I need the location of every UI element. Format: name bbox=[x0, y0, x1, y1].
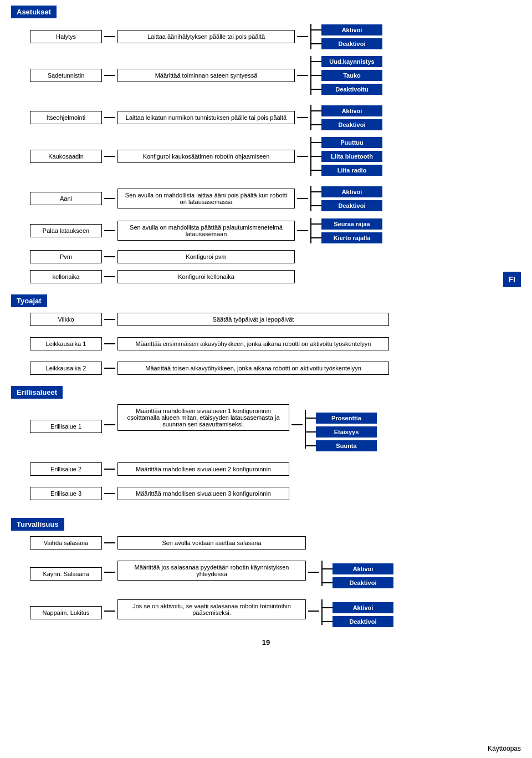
leikkausaika1-label: Leikkausaika 1 bbox=[30, 337, 102, 350]
kaynn-deakt[interactable]: Deaktivoi bbox=[332, 577, 393, 588]
viikko-row: Viikko Säätää työpäivät ja lepopäivät bbox=[11, 313, 521, 326]
sadet-uud[interactable]: Uud.kaynnistys bbox=[321, 56, 382, 67]
aani-row: Äani Sen avulla on mahdollista laittaa ä… bbox=[11, 186, 521, 211]
nappaim-lukitus-label: Nappaim. Lukitus bbox=[30, 606, 102, 619]
erillisalueet-rows: Erillisalue 1 Määrittää mahdollisen sivu… bbox=[11, 404, 521, 507]
nappaim-lukitus-row: Nappaim. Lukitus Jos se on aktivoitu, se… bbox=[11, 599, 521, 627]
conn1 bbox=[104, 36, 115, 37]
kaukosaadin-puuttuu[interactable]: Puuttuu bbox=[321, 137, 382, 148]
aani-deakt[interactable]: Deaktivoi bbox=[321, 200, 382, 211]
pvm-row: Pvm Konfiguroi pvm bbox=[11, 250, 521, 263]
sadetunnistin-row: Sadetunnistin Määrittää toiminnan sateen… bbox=[11, 56, 521, 95]
erillisalue2-row: Erillisalue 2 Määrittää mahdollisen sivu… bbox=[11, 462, 521, 476]
palaa-kierto[interactable]: Kierto rajalla bbox=[321, 232, 382, 243]
palaa-row: Palaa lataukseen Sen avulla on mahdollis… bbox=[11, 218, 521, 243]
kellonaika-desc: Konfiguroi kellonaika bbox=[117, 270, 295, 283]
erillisalue2-desc: Määrittää mahdollisen sivualueen 2 konfi… bbox=[117, 462, 289, 476]
nappaim-lukitus-desc: Jos se on aktivoitu, se vaatii salasanaa… bbox=[117, 599, 306, 619]
kaynn-salasana-desc: Määrittää jos salasanaa pyydetään roboti… bbox=[117, 561, 306, 581]
erillisalue1-desc: Määrittää mahdollisen sivualueen 1 konfi… bbox=[117, 404, 289, 431]
halytys-label: Halytys bbox=[30, 30, 102, 43]
sadetunnistin-desc: Määrittää toiminnan sateen syntyessä bbox=[117, 69, 295, 82]
kaukosaadin-desc: Konfiguroi kaukosäätimen robotin ohjaami… bbox=[117, 150, 295, 163]
page-label: Käyttöopas bbox=[488, 745, 521, 752]
sadet-tauko[interactable]: Tauko bbox=[321, 70, 382, 81]
erillisalue1-suunta[interactable]: Suunta bbox=[316, 440, 377, 451]
itseohjel-label: Itseohjelmointi bbox=[30, 111, 102, 124]
vaihda-salasana-desc: Sen avulla voidaan asettaa salasana bbox=[117, 536, 306, 550]
sadet-deakt[interactable]: Deaktivoitu bbox=[321, 84, 382, 95]
nappaim-aktivoi[interactable]: Aktivoi bbox=[332, 602, 393, 613]
kellonaika-row: kellonaika Konfiguroi kellonaika bbox=[11, 270, 521, 283]
kellonaika-label: kellonaika bbox=[30, 270, 102, 283]
erillisalue3-desc: Määrittää mahdollisen sivualueen 3 konfi… bbox=[117, 487, 289, 500]
erillisalueet-title: Erillisalueet bbox=[11, 386, 63, 399]
pvm-desc: Konfiguroi pvm bbox=[117, 250, 295, 263]
erillisalue2-label: Erillisalue 2 bbox=[30, 462, 102, 476]
viikko-desc: Säätää työpäivät ja lepopäivät bbox=[117, 313, 389, 326]
palaa-seuraa[interactable]: Seuraa rajaa bbox=[321, 218, 382, 230]
kaukosaadin-radio[interactable]: Liita radio bbox=[321, 165, 382, 176]
conn2 bbox=[297, 36, 308, 37]
sadetunnistin-label: Sadetunnistin bbox=[30, 69, 102, 82]
leikkausaika1-desc: Määrittää ensimmäisen aikavyöhykkeen, jo… bbox=[117, 337, 389, 350]
leikkausaika2-row: Leikkausaika 2 Määrittää toisen aikavyöh… bbox=[11, 362, 521, 375]
vaihda-salasana-row: Vaihda salasana Sen avulla voidaan asett… bbox=[11, 536, 521, 550]
itseohjelmointi-row: Itseohjelmointi Laittaa leikatun nurmiko… bbox=[11, 105, 521, 130]
erillisalueet-section: Erillisalueet Erillisalue 1 Määrittää ma… bbox=[11, 386, 521, 507]
halytys-row: Halytys Laittaa äänihälytyksen päälle ta… bbox=[11, 24, 521, 49]
kaynn-salasana-row: Kaynn. Salasana Määrittää jos salasanaa … bbox=[11, 561, 521, 588]
kaukosaadin-label: Kaukosaadin bbox=[30, 150, 102, 163]
erillisalue1-row: Erillisalue 1 Määrittää mahdollisen sivu… bbox=[11, 404, 521, 451]
aani-desc: Sen avulla on mahdollista laittaa ääni p… bbox=[117, 189, 295, 208]
palaa-label: Palaa lataukseen bbox=[30, 224, 102, 237]
conn3 bbox=[104, 75, 115, 76]
erillisalue3-row: Erillisalue 3 Määrittää mahdollisen sivu… bbox=[11, 487, 521, 500]
asetukset-title: Asetukset bbox=[11, 6, 57, 18]
itseohjel-deakt[interactable]: Deaktivoi bbox=[321, 119, 382, 130]
leikkausaika2-desc: Määrittää toisen aikavyöhykkeen, jonka a… bbox=[117, 362, 389, 375]
erillisalue1-label: Erillisalue 1 bbox=[30, 420, 102, 433]
erillisalue1-prosenttia[interactable]: Prosenttia bbox=[316, 413, 377, 424]
vaihda-salasana-label: Vaihda salasana bbox=[30, 536, 102, 550]
halytys-aktivoi[interactable]: Aktivoi bbox=[321, 24, 382, 35]
pvm-label: Pvm bbox=[30, 250, 102, 263]
nappaim-deakt[interactable]: Deaktivoi bbox=[332, 616, 393, 627]
itseohjel-desc: Laittaa leikatun nurmikon tunnistuksen p… bbox=[117, 111, 295, 124]
page-number: 19 bbox=[11, 638, 521, 647]
erillisalue1-etaisyys[interactable]: Etaisyys bbox=[316, 426, 377, 437]
itseohjel-aktivoi[interactable]: Aktivoi bbox=[321, 105, 382, 116]
turvallisuus-title: Turvallisuus bbox=[11, 518, 64, 531]
leikkausaika1-row: Leikkausaika 1 Määrittää ensimmäisen aik… bbox=[11, 337, 521, 350]
halytys-deaktivoi[interactable]: Deaktivoi bbox=[321, 38, 382, 49]
conn4 bbox=[297, 75, 308, 76]
aani-aktivoi[interactable]: Aktivoi bbox=[321, 186, 382, 197]
erillisalue3-label: Erillisalue 3 bbox=[30, 487, 102, 500]
kaukosaadin-row: Kaukosaadin Konfiguroi kaukosäätimen rob… bbox=[11, 137, 521, 176]
tyoajat-title: Tyoajat bbox=[11, 294, 47, 307]
palaa-desc: Sen avulla on mahdollista päättää palaut… bbox=[117, 221, 295, 241]
aani-label: Äani bbox=[30, 192, 102, 205]
halytys-desc: Laittaa äänihälytyksen päälle tai pois p… bbox=[117, 30, 295, 43]
leikkausaika2-label: Leikkausaika 2 bbox=[30, 362, 102, 375]
kaukosaadin-bluetooth[interactable]: Liita bluetooth bbox=[321, 151, 382, 162]
asetukset-section: Asetukset Halytys Laittaa äänihälytyksen… bbox=[11, 6, 521, 283]
tyoajat-section: Tyoajat Viikko Säätää työpäivät ja lepop… bbox=[11, 294, 521, 375]
kaynn-aktivoi[interactable]: Aktivoi bbox=[332, 563, 393, 574]
fi-badge: FI bbox=[503, 272, 521, 287]
turvallisuus-section: Turvallisuus Vaihda salasana Sen avulla … bbox=[11, 518, 521, 627]
viikko-label: Viikko bbox=[30, 313, 102, 326]
kaynn-salasana-label: Kaynn. Salasana bbox=[30, 567, 102, 581]
